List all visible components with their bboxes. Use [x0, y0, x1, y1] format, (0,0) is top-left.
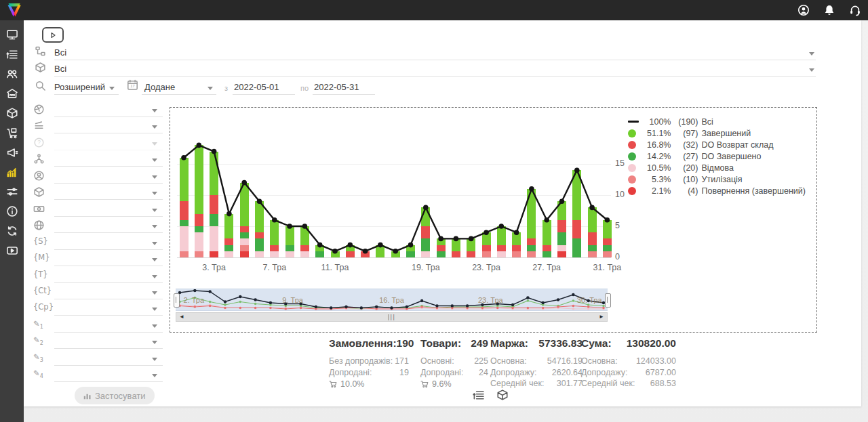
chart-scrollbar[interactable]: ◄ ||| ► [176, 312, 608, 322]
sidebar-item-orders[interactable] [0, 44, 24, 64]
navigator-tick: 23. Тра [478, 296, 503, 304]
filter-row-product[interactable] [24, 185, 190, 201]
date-from-underline [233, 94, 295, 95]
stats-by-products-button[interactable] [496, 389, 509, 401]
utm-t-icon: {T} [33, 270, 48, 279]
filter-underline [54, 315, 163, 316]
video-help-button[interactable] [42, 27, 64, 43]
scroll-left-icon[interactable]: ◄ [176, 313, 187, 321]
orders-icon [6, 48, 18, 60]
filter-row-utm-s[interactable]: {S} [24, 235, 190, 251]
chevron-down-icon [809, 68, 814, 72]
filter-row-custom-1[interactable]: ✎1 [24, 318, 190, 334]
total-line [176, 108, 616, 277]
product-filter-underline [54, 76, 816, 77]
y-axis-tick: 15 [615, 159, 625, 168]
legend-row[interactable]: 10.5%(20)Відмова [628, 162, 806, 173]
date-to-label: по [300, 84, 309, 92]
legend-row[interactable]: 14.2%(27)DO Завершено [628, 150, 806, 162]
filter-row-utm-ct[interactable]: {Ct} [24, 284, 190, 301]
sidebar-item-info[interactable] [0, 201, 24, 221]
sidebar-item-dashboard[interactable] [0, 24, 24, 44]
sidebar-item-video-tutorials[interactable] [0, 240, 24, 260]
legend-row[interactable]: 2.1%(4)Повернення (завершений) [628, 185, 806, 196]
stats-row-label: Допродажу: [581, 367, 627, 379]
custom-3-icon: ✎3 [33, 352, 43, 363]
filter-row-structure[interactable] [24, 152, 190, 168]
stats-column-orders: Замовлення:190Без допродажів:171Допродан… [329, 337, 409, 389]
sync-icon [6, 225, 18, 237]
filter-underline [54, 365, 163, 366]
product-icon [33, 186, 45, 198]
account-button[interactable] [797, 4, 810, 16]
x-axis-tick: 11. Тра [321, 263, 349, 272]
legend-row[interactable]: 51.1%(97)Завершений [628, 127, 806, 139]
scroll-right-icon[interactable]: ► [596, 313, 607, 321]
upsell-share-value: 9.6% [432, 379, 452, 389]
filter-row-source[interactable] [24, 102, 190, 119]
sidebar-item-products[interactable] [0, 103, 24, 123]
filter-row-utm-cp[interactable]: {Cp} [24, 301, 190, 317]
stats-row-label: Допродажу: [490, 367, 536, 379]
legend-count: (97) [673, 129, 698, 138]
y-axis-tick: 10 [615, 190, 625, 199]
stats-title-label: Замовлення: [329, 337, 397, 350]
sidebar-item-statistics[interactable] [0, 162, 24, 182]
filter-underline [54, 150, 163, 150]
chevron-down-icon [152, 291, 157, 295]
sidebar-item-purchases[interactable] [0, 123, 24, 142]
stats-row-value: 19 [399, 367, 409, 379]
legend-count: (32) [673, 140, 698, 150]
date-to-value: 2022-05-31 [314, 82, 359, 92]
chevron-down-icon [152, 324, 157, 328]
stats-title: Маржа:57336.83 [490, 337, 583, 350]
sidebar-item-settings[interactable] [0, 182, 24, 201]
stats-row-value: 24 [479, 367, 488, 379]
filter-row-manager[interactable] [24, 169, 190, 185]
legend-row[interactable]: 100%(190)Всі [628, 116, 806, 127]
navigator-handle-right[interactable] [605, 293, 611, 308]
app-logo-icon[interactable] [5, 1, 24, 20]
legend-count: (190) [673, 117, 698, 127]
sidebar-item-sync[interactable] [0, 221, 24, 240]
legend-row[interactable]: 16.8%(32)DO Возврат склад [628, 139, 806, 150]
stats-by-statuses-button[interactable] [473, 389, 485, 401]
support-button[interactable] [849, 4, 861, 16]
chevron-down-icon [152, 258, 157, 261]
apply-button[interactable]: Застосувати [75, 387, 155, 404]
legend-row[interactable]: 5.3%(10)Утилізація [628, 173, 806, 185]
legend-label: Повернення (завершений) [701, 186, 806, 196]
settings-icon [6, 186, 18, 198]
scrollbar-grip[interactable]: ||| [388, 314, 396, 320]
legend-percent: 5.3% [639, 175, 671, 184]
filter-row-payment[interactable] [24, 202, 190, 218]
chevron-down-icon [152, 308, 157, 311]
legend-dot-swatch [628, 152, 636, 161]
stats-title-value: 249 [471, 337, 488, 350]
date-to-underline [313, 94, 375, 95]
chevron-down-icon [152, 209, 157, 212]
navigator-handle-left[interactable] [174, 293, 180, 308]
sidebar-item-clients[interactable] [0, 64, 24, 83]
legend-label: DO Завершено [701, 152, 761, 161]
sidebar-item-store[interactable] [0, 83, 24, 103]
stats-title-value: 57336.83 [538, 337, 583, 350]
filter-row-custom-4[interactable]: ✎4 [24, 367, 190, 383]
filter-row-utm-t[interactable]: {T} [24, 268, 190, 284]
filter-row-stages[interactable] [24, 119, 190, 135]
status-filter-value: Всі [54, 47, 66, 58]
filter-underline [54, 299, 163, 299]
stats-row: Без допродажів:171 [329, 356, 409, 367]
filter-row-custom-3[interactable]: ✎3 [24, 351, 190, 367]
notifications-button[interactable] [823, 4, 835, 16]
calendar-icon: 17 [127, 79, 138, 93]
sidebar-item-marketing[interactable] [0, 142, 24, 162]
filter-row-utm-m[interactable]: {M} [24, 251, 190, 268]
topbar-actions [797, 0, 861, 20]
date-from-label: з [224, 84, 228, 92]
chart-navigator[interactable]: 2. Тра9. Тра16. Тра23. Тра30. Тра [176, 289, 608, 311]
filter-row-site[interactable] [24, 218, 190, 234]
filter-row-custom-2[interactable]: ✎2 [24, 334, 190, 350]
stats-row-value: 225 [474, 356, 488, 367]
legend-percent: 2.1% [639, 186, 671, 196]
